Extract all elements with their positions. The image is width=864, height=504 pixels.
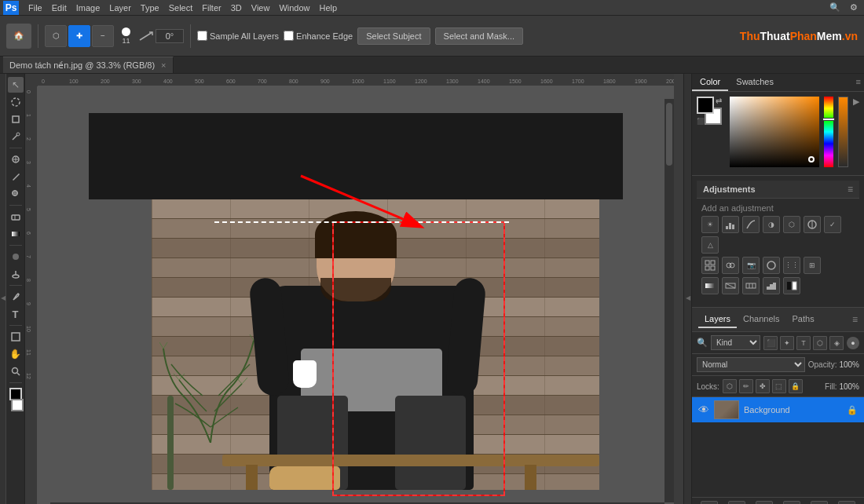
menu-window[interactable]: Window xyxy=(274,3,314,13)
left-panel-collapse[interactable]: ◀ xyxy=(0,74,6,504)
adj-check[interactable]: ✓ xyxy=(824,216,841,233)
brush-subtract-btn[interactable]: − xyxy=(92,25,114,47)
create-group-btn[interactable]: 📁 xyxy=(783,501,800,504)
document-tab[interactable]: Demo tách nền.jpg @ 33.3% (RGB/8) × xyxy=(3,57,174,73)
adj-levels[interactable] xyxy=(722,216,739,233)
enhance-edge-input[interactable] xyxy=(284,31,294,41)
menu-select[interactable]: Select xyxy=(164,3,198,13)
layer-filter-adjustment[interactable]: ✦ xyxy=(780,336,794,350)
menu-view[interactable]: View xyxy=(247,3,275,13)
tab-color[interactable]: Color xyxy=(692,74,728,91)
adj-brightness[interactable]: ☀ xyxy=(701,216,719,233)
tab-swatches[interactable]: Swatches xyxy=(728,74,782,91)
blend-mode-select[interactable]: Normal xyxy=(697,357,805,372)
lock-image-btn[interactable]: ✏ xyxy=(739,379,753,393)
adj-threshold[interactable] xyxy=(783,277,800,294)
color-gradient-picker[interactable] xyxy=(730,97,819,167)
adjustments-menu-btn[interactable]: ≡ xyxy=(848,184,853,195)
background-color[interactable] xyxy=(11,399,24,411)
adj-grid[interactable] xyxy=(701,257,719,274)
clone-tool[interactable] xyxy=(8,186,24,202)
adj-curves[interactable] xyxy=(742,216,760,233)
menu-type[interactable]: Type xyxy=(136,3,164,13)
menu-edit[interactable]: Edit xyxy=(47,3,71,13)
lock-position-btn[interactable]: ✤ xyxy=(756,379,770,393)
adj-color-balance[interactable] xyxy=(722,257,739,274)
adj-posterize[interactable] xyxy=(763,277,780,294)
tab-layers[interactable]: Layers xyxy=(698,311,737,328)
adj-grid2[interactable]: ⊞ xyxy=(804,257,821,274)
hue-slider[interactable] xyxy=(824,97,833,167)
swap-colors-btn[interactable]: ⇄ xyxy=(716,97,722,105)
pen-tool[interactable] xyxy=(8,289,24,305)
color-panel-menu[interactable]: ≡ xyxy=(853,74,864,91)
tab-channels[interactable]: Channels xyxy=(737,311,785,328)
dodge-tool[interactable] xyxy=(8,266,24,282)
adj-channel-mixer[interactable] xyxy=(742,277,760,294)
link-layers-btn[interactable]: 🔗 xyxy=(701,501,718,504)
adj-circle[interactable] xyxy=(763,257,780,274)
sample-all-layers-checkbox[interactable]: Sample All Layers xyxy=(197,31,279,41)
vertical-scrollbar[interactable] xyxy=(664,99,674,502)
fill-value[interactable]: 100% xyxy=(839,382,859,391)
layer-filter-smart[interactable]: ◈ xyxy=(829,336,844,350)
home-button[interactable]: 🏠 xyxy=(6,24,31,49)
lock-transparency-btn[interactable]: ⬡ xyxy=(723,379,737,393)
workspace-icon[interactable]: ⚙ xyxy=(847,2,861,13)
layer-filter-type[interactable]: T xyxy=(796,336,811,350)
adj-hsl[interactable] xyxy=(804,216,821,233)
opacity-value[interactable]: 100% xyxy=(839,360,859,369)
eyedropper-tool[interactable] xyxy=(8,129,24,144)
zoom-tool[interactable] xyxy=(8,363,24,379)
menu-layer[interactable]: Layer xyxy=(104,3,136,13)
eraser-tool[interactable] xyxy=(8,209,24,225)
tab-close-button[interactable]: × xyxy=(161,60,166,70)
text-tool[interactable]: T xyxy=(8,306,24,322)
delete-layer-btn[interactable]: 🗑 xyxy=(838,501,855,504)
brush-tool[interactable] xyxy=(8,169,24,184)
hand-tool[interactable]: ✋ xyxy=(8,346,24,362)
shape-tool[interactable] xyxy=(8,329,24,345)
foreground-color-swatch[interactable] xyxy=(697,97,714,114)
adj-triangle[interactable]: △ xyxy=(701,236,719,254)
layers-toggle-btn[interactable]: ● xyxy=(847,337,859,349)
add-mask-btn[interactable]: ⬚ xyxy=(756,501,773,504)
brush-preset-btn[interactable]: ⬡ xyxy=(45,25,67,47)
selection-tool[interactable]: ↖ xyxy=(8,77,24,93)
enhance-edge-checkbox[interactable]: Enhance Edge xyxy=(284,31,353,41)
angle-value[interactable]: 0° xyxy=(156,29,184,43)
layer-visibility-icon[interactable]: 👁 xyxy=(698,404,709,416)
select-subject-button[interactable]: Select Subject xyxy=(357,27,430,45)
blur-tool[interactable] xyxy=(8,249,24,265)
layer-item-background[interactable]: 👁 Background 🔒 xyxy=(692,397,864,422)
menu-file[interactable]: File xyxy=(24,3,47,13)
adj-vibrance[interactable]: ⬡ xyxy=(783,216,800,233)
menu-image[interactable]: Image xyxy=(71,3,105,13)
tab-paths[interactable]: Paths xyxy=(786,311,821,328)
quick-selection-tool[interactable] xyxy=(8,94,24,110)
menu-help[interactable]: Help xyxy=(315,3,342,13)
expand-color-arrow[interactable]: ▶ xyxy=(853,97,859,107)
menu-filter[interactable]: Filter xyxy=(197,3,225,13)
reset-colors-btn[interactable]: ⬛ xyxy=(697,118,705,125)
brush-add-btn[interactable]: ✚ xyxy=(68,25,90,47)
adj-camera[interactable]: 📷 xyxy=(742,257,760,274)
crop-tool[interactable] xyxy=(8,111,24,127)
menu-3d[interactable]: 3D xyxy=(226,3,247,13)
adj-exposure[interactable]: ◑ xyxy=(763,216,780,233)
alpha-slider[interactable] xyxy=(838,97,848,167)
create-layer-btn[interactable]: + xyxy=(811,501,828,504)
right-panel-collapse[interactable]: ◀ xyxy=(683,74,691,504)
select-mask-button[interactable]: Select and Mask... xyxy=(435,27,524,45)
adj-photo-filter[interactable] xyxy=(722,277,739,294)
gradient-tool[interactable] xyxy=(8,226,24,242)
layers-panel-menu-btn[interactable]: ≡ xyxy=(852,314,858,325)
lock-artboard-btn[interactable]: ⬚ xyxy=(772,379,786,393)
canvas-scroll[interactable] xyxy=(38,86,674,504)
vertical-scrollbar-thumb[interactable] xyxy=(666,103,672,166)
heal-tool[interactable] xyxy=(8,152,24,167)
layer-filter-pixel[interactable]: ⬛ xyxy=(763,336,778,350)
adj-dots[interactable]: ⋮⋮ xyxy=(783,257,800,274)
lock-all-btn[interactable]: 🔒 xyxy=(789,379,803,393)
layer-filter-shape[interactable]: ⬡ xyxy=(813,336,827,350)
